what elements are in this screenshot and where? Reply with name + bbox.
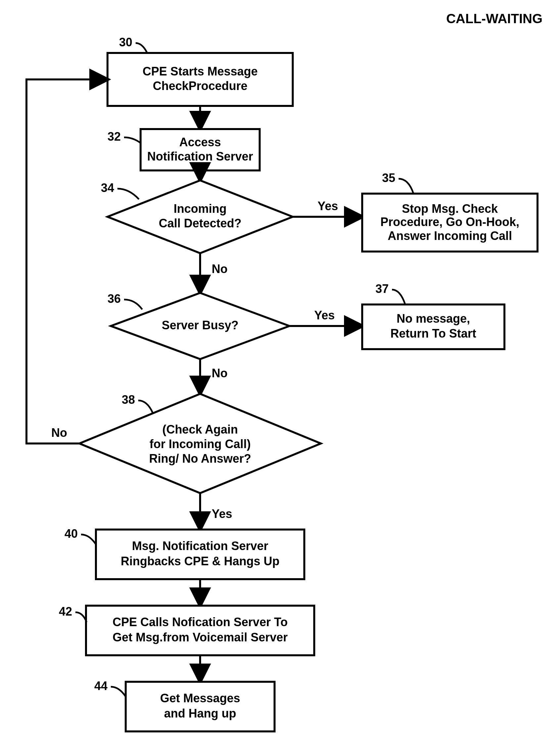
node-44-line1: Get Messages (160, 691, 240, 705)
node-40-ref: 40 (64, 527, 78, 540)
node-36: Server Busy? 36 (108, 292, 289, 359)
node-44-ref: 44 (94, 679, 108, 693)
node-37-line2: Return To Start (390, 327, 476, 340)
node-42: CPE Calls Nofication Server To Get Msg.f… (59, 605, 314, 655)
edge-34-no-label: No (212, 262, 228, 276)
edge-38-no-label: No (51, 426, 67, 439)
node-37-ref: 37 (376, 282, 389, 296)
node-32-line1: Access (179, 136, 221, 149)
node-38-line1: (Check Again (162, 423, 238, 436)
node-38-ref: 38 (122, 393, 135, 407)
node-38: (Check Again for Incoming Call) Ring/ No… (79, 393, 321, 493)
flowchart: CALL-WAITING CPE Starts Message CheckPro… (0, 0, 560, 742)
node-32: Access Notification Server 32 (108, 129, 260, 170)
node-35-line3: Answer Incoming Call (388, 229, 512, 243)
page-title: CALL-WAITING (446, 11, 543, 26)
node-30-ref: 30 (119, 36, 132, 49)
node-34-ref: 34 (101, 181, 114, 195)
edge-36-no-label: No (212, 366, 228, 380)
node-32-line2: Notification Server (147, 150, 253, 163)
node-34-line2: Call Detected? (159, 216, 241, 230)
node-34-line1: Incoming (174, 202, 227, 215)
node-30-line1: CPE Starts Message (143, 64, 258, 78)
node-36-line1: Server Busy? (162, 318, 238, 332)
node-40-line1: Msg. Notification Server (132, 539, 268, 553)
node-38-line3: Ring/ No Answer? (149, 452, 251, 465)
node-37: No message, Return To Start 37 (362, 282, 504, 349)
node-35-line1: Stop Msg. Check (402, 202, 498, 215)
node-44: Get Messages and Hang up 44 (94, 679, 275, 731)
node-42-ref: 42 (59, 605, 72, 618)
node-32-ref: 32 (108, 130, 121, 143)
node-40: Msg. Notification Server Ringbacks CPE &… (64, 527, 304, 579)
node-35: Stop Msg. Check Procedure, Go On-Hook, A… (362, 171, 538, 252)
edge-38-loop (26, 80, 108, 443)
node-34: Incoming Call Detected? 34 (101, 180, 293, 253)
node-30: CPE Starts Message CheckProcedure 30 (108, 36, 293, 106)
edge-38-yes-label: Yes (212, 507, 232, 521)
node-42-line2: Get Msg.from Voicemail Server (112, 631, 288, 644)
node-42-line1: CPE Calls Nofication Server To (112, 615, 287, 629)
node-35-ref: 35 (382, 171, 395, 185)
node-38-line2: for Incoming Call) (150, 437, 251, 451)
node-30-line2: CheckProcedure (153, 79, 247, 93)
edge-36-yes-label: Yes (314, 309, 335, 322)
edge-34-yes-label: Yes (318, 199, 338, 213)
node-36-ref: 36 (108, 292, 121, 306)
node-44-line2: and Hang up (164, 706, 236, 720)
node-37-line1: No message, (397, 312, 470, 325)
node-35-line2: Procedure, Go On-Hook, (380, 215, 519, 229)
node-40-line2: Ringbacks CPE & Hangs Up (121, 554, 280, 568)
